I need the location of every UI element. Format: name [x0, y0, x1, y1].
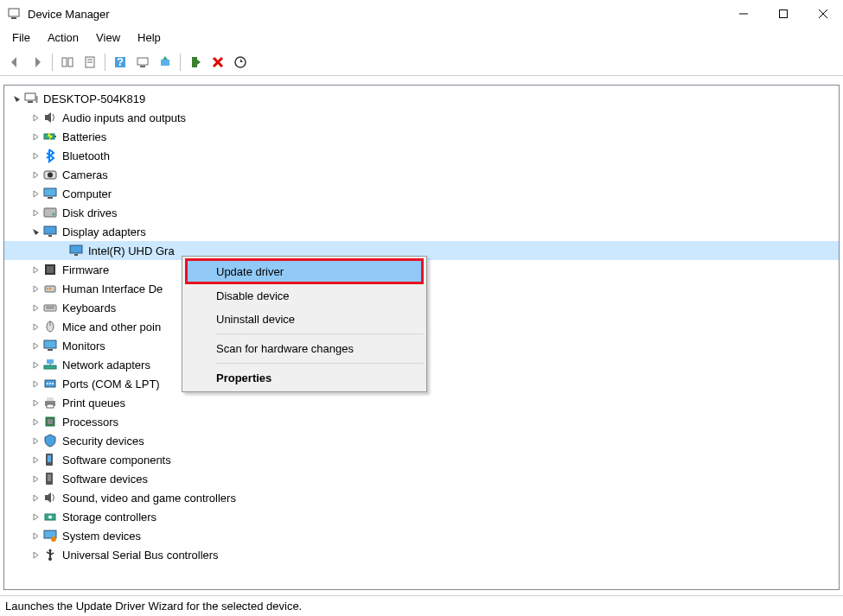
- tree-category-node[interactable]: Computer: [4, 184, 839, 203]
- menu-view[interactable]: View: [87, 29, 129, 46]
- tree-category-node[interactable]: Sound, video and game controllers: [4, 488, 839, 507]
- context-menu-item[interactable]: Uninstall device: [185, 308, 424, 331]
- node-label: Software components: [62, 454, 171, 467]
- sound-icon: [42, 490, 58, 505]
- context-menu-separator: [215, 363, 424, 364]
- app-icon: [7, 7, 21, 21]
- security-icon: [42, 433, 58, 448]
- window-title: Device Manager: [28, 8, 724, 21]
- tree-category-node[interactable]: Cameras: [4, 165, 839, 184]
- expander-icon[interactable]: [29, 358, 42, 372]
- tree-category-node[interactable]: Batteries: [4, 127, 839, 146]
- node-label: Display adapters: [62, 225, 146, 238]
- expander-spacer: [54, 244, 68, 257]
- toolbar: ?: [0, 48, 843, 76]
- uninstall-device-button[interactable]: [208, 52, 228, 73]
- expander-icon[interactable]: [29, 301, 42, 314]
- svg-rect-1: [11, 17, 16, 19]
- svg-point-70: [48, 516, 52, 519]
- properties-button[interactable]: [80, 52, 100, 73]
- minimize-button[interactable]: [724, 0, 763, 28]
- keyboard-icon: [42, 300, 58, 315]
- svg-text:?: ?: [117, 55, 124, 68]
- tree-category-node[interactable]: Storage controllers: [4, 507, 839, 526]
- expander-icon[interactable]: [29, 130, 42, 143]
- expander-icon[interactable]: [29, 491, 42, 505]
- pc-icon: [23, 91, 39, 106]
- svg-marker-68: [45, 492, 51, 503]
- update-driver-button[interactable]: [155, 52, 176, 73]
- scan-hardware-button[interactable]: [132, 52, 153, 73]
- tree-category-node[interactable]: Disk drives: [4, 203, 839, 222]
- expander-icon[interactable]: [29, 453, 42, 467]
- expander-icon[interactable]: [29, 206, 42, 219]
- svg-rect-67: [48, 474, 51, 481]
- context-menu: Update driverDisable deviceUninstall dev…: [182, 256, 427, 392]
- expander-icon[interactable]: [29, 111, 42, 124]
- context-menu-item[interactable]: Disable device: [185, 284, 424, 308]
- expander-icon[interactable]: [29, 415, 42, 429]
- expander-icon[interactable]: [29, 282, 42, 295]
- svg-rect-43: [47, 288, 48, 289]
- system-icon: [42, 528, 58, 543]
- menu-file[interactable]: File: [3, 29, 39, 46]
- back-button[interactable]: [4, 52, 25, 73]
- expander-icon[interactable]: [29, 339, 42, 352]
- svg-marker-26: [45, 112, 51, 123]
- svg-rect-39: [74, 254, 78, 256]
- expander-icon[interactable]: [29, 263, 42, 276]
- expander-icon[interactable]: [29, 548, 42, 562]
- menu-action[interactable]: Action: [39, 29, 87, 46]
- expander-icon[interactable]: [29, 168, 42, 181]
- expander-icon[interactable]: [29, 187, 42, 200]
- toolbar-separator: [105, 54, 105, 71]
- expander-icon[interactable]: [29, 472, 42, 486]
- battery-icon: [42, 129, 58, 144]
- context-menu-item[interactable]: Scan for hardware changes: [185, 337, 424, 360]
- tree-root-node[interactable]: DESKTOP-504K819: [4, 89, 839, 108]
- port-icon: [42, 376, 58, 391]
- expander-icon[interactable]: [29, 434, 42, 448]
- svg-point-31: [48, 173, 53, 178]
- tree-category-node[interactable]: Bluetooth: [4, 146, 839, 165]
- expander-icon[interactable]: [29, 529, 42, 543]
- expander-icon[interactable]: [29, 149, 42, 162]
- context-menu-item[interactable]: Properties: [185, 366, 424, 390]
- expander-icon[interactable]: [29, 377, 42, 391]
- close-button[interactable]: [803, 0, 843, 28]
- tree-category-node[interactable]: System devices: [4, 526, 839, 545]
- node-label: Processors: [62, 416, 118, 429]
- svg-rect-60: [47, 397, 54, 401]
- expander-icon[interactable]: [29, 225, 42, 238]
- expander-icon[interactable]: [29, 320, 42, 333]
- svg-rect-41: [47, 266, 54, 273]
- cpu-icon: [42, 414, 58, 429]
- node-label: Bluetooth: [62, 149, 110, 162]
- enable-device-button[interactable]: [185, 52, 206, 73]
- expander-icon[interactable]: [10, 92, 23, 105]
- maximize-button[interactable]: [763, 0, 803, 28]
- tree-category-node[interactable]: Display adapters: [4, 222, 839, 241]
- expander-icon[interactable]: [29, 510, 42, 524]
- expander-icon[interactable]: [29, 396, 42, 410]
- node-label: Software devices: [62, 473, 148, 486]
- tree-category-node[interactable]: Security devices: [4, 431, 839, 450]
- context-menu-item[interactable]: Update driver: [185, 258, 424, 284]
- show-hide-tree-button[interactable]: [57, 52, 78, 73]
- hid-icon: [42, 281, 58, 296]
- tree-category-node[interactable]: Processors: [4, 412, 839, 431]
- tree-category-node[interactable]: Audio inputs and outputs: [4, 108, 839, 127]
- tree-category-node[interactable]: Print queues: [4, 393, 839, 412]
- help-button[interactable]: ?: [110, 52, 131, 73]
- statusbar: Launches the Update Driver Wizard for th…: [0, 595, 843, 616]
- svg-rect-0: [9, 9, 19, 16]
- display-icon: [68, 243, 84, 258]
- tree-category-node[interactable]: Software devices: [4, 469, 839, 488]
- forward-button[interactable]: [27, 52, 48, 73]
- menu-help[interactable]: Help: [129, 29, 169, 46]
- tree-category-node[interactable]: Universal Serial Bus controllers: [4, 545, 839, 564]
- tree-category-node[interactable]: Software components: [4, 450, 839, 469]
- toolbar-separator: [52, 54, 53, 71]
- scan-changes-button[interactable]: [230, 52, 251, 73]
- svg-marker-16: [163, 56, 168, 60]
